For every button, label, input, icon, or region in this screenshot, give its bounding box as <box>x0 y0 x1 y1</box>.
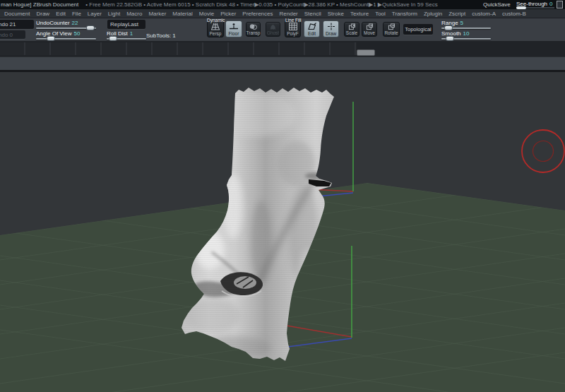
see-through-value: 0 <box>549 1 552 7</box>
document-viewport[interactable] <box>0 72 565 392</box>
tray-segments <box>0 42 357 55</box>
undo-counter-slider[interactable]: UndoCounter22 <box>36 20 96 29</box>
rotate-button[interactable]: Rotate <box>383 22 400 37</box>
undo-button[interactable]: ndo 21 <box>0 20 34 29</box>
edit-icon <box>307 22 318 31</box>
menu-item-light[interactable]: Light <box>108 11 120 17</box>
roll-dist-value: 1 <box>130 30 133 37</box>
polyframe-icon <box>287 22 299 31</box>
scale-icon <box>347 23 357 30</box>
persp-icon <box>210 22 221 31</box>
viewport-canvas <box>0 72 565 392</box>
line-fill-toggle[interactable]: Line Fill <box>285 18 301 23</box>
menu-item-custom-a[interactable]: custom-A <box>472 11 496 17</box>
move-button[interactable]: Move <box>362 22 377 37</box>
menu-item-texture[interactable]: Texture <box>350 11 369 17</box>
menu-item-render[interactable]: Render <box>280 11 298 17</box>
undo-counter-handle[interactable] <box>86 25 95 30</box>
zbrush-window: man Hogue] ZBrush Document • Free Mem 22… <box>0 0 565 392</box>
redo-button[interactable]: ndo 0 <box>0 30 25 39</box>
rotate-icon <box>386 23 397 30</box>
range-handle[interactable] <box>444 25 453 30</box>
smooth-value: 10 <box>463 30 470 37</box>
replay-last-button[interactable]: ReplayLast <box>107 20 145 29</box>
menu-item-stroke[interactable]: Stroke <box>328 11 344 17</box>
document-title: man Hogue] ZBrush Document <box>1 1 78 8</box>
move-icon <box>364 23 375 30</box>
collapsed-tray <box>0 41 565 57</box>
angle-of-view-value: 50 <box>74 30 81 37</box>
dynamic-toggle[interactable]: Dynamic <box>207 18 225 23</box>
menu-item-draw[interactable]: Draw <box>36 11 49 17</box>
brush-cursor <box>522 130 564 172</box>
ghost-icon <box>268 23 278 30</box>
floor-icon <box>228 22 239 31</box>
menu-item-stencil[interactable]: Stencil <box>304 11 321 17</box>
menu-item-movie[interactable]: Movie <box>199 11 214 17</box>
see-through-slider[interactable]: See-through0 <box>516 1 554 8</box>
undo-counter-label: UndoCounter <box>36 20 70 26</box>
menu-item-material[interactable]: Material <box>172 11 192 17</box>
undo-counter-value: 22 <box>72 20 78 26</box>
menu-item-document[interactable]: Document <box>4 11 30 17</box>
tray-handle[interactable] <box>357 49 375 56</box>
menu-item-custom-b[interactable]: custom-B <box>502 11 526 17</box>
menu-item-tool[interactable]: Tool <box>375 11 386 17</box>
draw-icon <box>326 22 337 31</box>
range-value: 5 <box>460 20 463 26</box>
quicksave-button[interactable]: QuickSave <box>483 1 511 8</box>
menu-item-preferences[interactable]: Preferences <box>242 11 273 17</box>
menu-bar-items: DocumentDrawEditFileLayerLightMacroMarke… <box>0 9 565 18</box>
title-bar: man Hogue] ZBrush Document • Free Mem 22… <box>0 0 565 9</box>
menu-item-macro[interactable]: Macro <box>126 11 142 17</box>
persp-button[interactable]: Persp <box>207 20 224 37</box>
menu-item-zplugin[interactable]: Zplugin <box>424 11 442 17</box>
menu-item-zscript[interactable]: Zscript <box>448 11 465 17</box>
menu-item-layer[interactable]: Layer <box>88 11 102 17</box>
menu-item-file[interactable]: File <box>72 11 81 17</box>
draw-button[interactable]: Draw <box>323 20 339 37</box>
angle-of-view-handle[interactable] <box>47 36 55 41</box>
sub-shelf <box>0 57 565 70</box>
topological-button[interactable]: Topological <box>403 24 433 35</box>
menu-item-marker[interactable]: Marker <box>148 11 166 17</box>
edit-button[interactable]: Edit <box>304 20 320 37</box>
ghost-button[interactable]: Ghost <box>266 22 280 37</box>
menu-item-edit[interactable]: Edit <box>56 11 66 17</box>
menu-item-picker[interactable]: Picker <box>220 11 236 17</box>
angle-of-view-slider[interactable]: Angle Of View50 <box>36 30 96 40</box>
transp-icon <box>248 23 258 30</box>
top-shelf: ndo 21 ndo 0 UndoCounter22 Angle Of View… <box>0 18 565 41</box>
floor-button[interactable]: Floor <box>225 20 242 37</box>
transp-button[interactable]: Transp <box>246 22 261 37</box>
smooth-handle[interactable] <box>446 36 454 41</box>
roll-dist-handle[interactable] <box>109 36 117 41</box>
range-slider[interactable]: Range5 <box>441 20 491 29</box>
menu-item-transform[interactable]: Transform <box>392 11 417 17</box>
smooth-slider[interactable]: Smooth10 <box>441 30 491 40</box>
polyf-button[interactable]: PolyF <box>285 20 301 37</box>
subtools-count: SubTools: 1 <box>146 32 176 39</box>
memory-stats: • Free Mem 22.582GB • Active Mem 6015 • … <box>85 1 437 8</box>
titlebar-edge-button[interactable] <box>557 1 563 8</box>
scale-button[interactable]: Scale <box>344 22 359 37</box>
roll-dist-slider[interactable]: Roll Dist1 <box>107 30 146 40</box>
